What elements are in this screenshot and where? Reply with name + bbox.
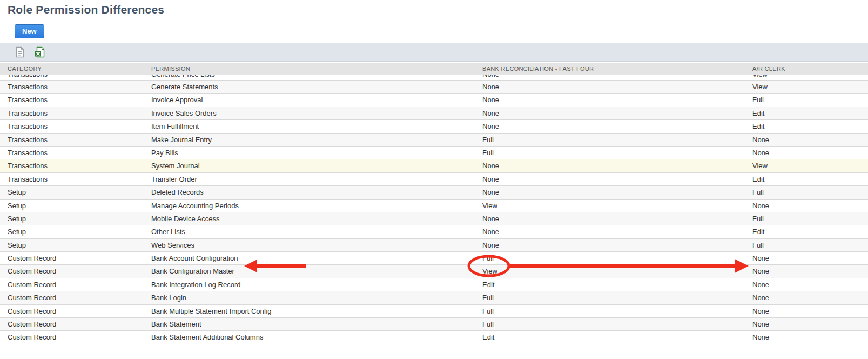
table-row: Setup Mobile Device Access None Full xyxy=(0,212,868,225)
cell-role1-level: None xyxy=(475,75,745,80)
cell-role1-level: Full xyxy=(475,252,745,264)
cell-category: Transactions xyxy=(0,81,144,93)
cell-permission: Bank Statement Additional Columns xyxy=(144,331,475,343)
cell-role2-level: Full xyxy=(745,186,868,198)
table-row: Custom Record Bank Multiple Statement Im… xyxy=(0,305,868,318)
export-excel-icon[interactable] xyxy=(34,46,45,58)
column-header-category: CATEGORY xyxy=(0,63,144,75)
cell-permission: Make Journal Entry xyxy=(144,134,475,146)
cell-category: Transactions xyxy=(0,134,144,146)
cell-permission: Item Fulfillment xyxy=(144,120,475,132)
table-row: Custom Record Bank Statement Additional … xyxy=(0,331,868,344)
cell-category: Transactions xyxy=(0,94,144,106)
cell-category: Transactions xyxy=(0,173,144,185)
cell-permission: System Journal xyxy=(144,159,475,172)
table-row: Transactions Transfer Order None Edit xyxy=(0,173,868,186)
table-body: Transactions Generate Price Lists None V… xyxy=(0,75,868,344)
cell-role2-level: None xyxy=(745,252,868,264)
page-title: Role Permission Differences xyxy=(8,3,868,17)
table-row: Transactions System Journal None View xyxy=(0,159,868,172)
table-row: Setup Manage Accounting Periods View Non… xyxy=(0,200,868,212)
cell-category: Setup xyxy=(0,239,144,251)
cell-role2-level: None xyxy=(745,305,868,317)
cell-role2-level: None xyxy=(745,331,868,343)
cell-permission: Manage Accounting Periods xyxy=(144,200,475,212)
cell-category: Transactions xyxy=(0,75,144,80)
cell-category: Transactions xyxy=(0,147,144,159)
cell-permission: Other Lists xyxy=(144,225,475,238)
export-document-icon[interactable] xyxy=(15,46,25,58)
cell-category: Transactions xyxy=(0,120,144,132)
cell-role2-level: None xyxy=(745,318,868,330)
permission-diff-table: CATEGORY PERMISSION BANK RECONCILIATION … xyxy=(0,63,868,344)
cell-role1-level: None xyxy=(475,120,745,132)
cell-category: Transactions xyxy=(0,159,144,172)
column-header-role1: BANK RECONCILIATION - FAST FOUR xyxy=(475,63,745,75)
cell-role1-level: Edit xyxy=(475,331,745,343)
cell-permission: Invoice Sales Orders xyxy=(144,107,475,119)
cell-role1-level: None xyxy=(475,81,745,93)
cell-role2-level: Full xyxy=(745,239,868,251)
new-button[interactable]: New xyxy=(15,24,44,38)
cell-role2-level: None xyxy=(745,200,868,212)
cell-permission: Bank Login xyxy=(144,291,475,304)
cell-role1-level: None xyxy=(475,173,745,185)
table-row: Custom Record Bank Integration Log Recor… xyxy=(0,278,868,291)
cell-category: Custom Record xyxy=(0,305,144,317)
cell-role2-level: View xyxy=(745,81,868,93)
table-row: Setup Other Lists None Edit xyxy=(0,225,868,238)
cell-permission: Bank Configuration Master xyxy=(144,265,475,277)
cell-role1-level: Full xyxy=(475,305,745,317)
cell-category: Setup xyxy=(0,200,144,212)
cell-role1-level: Full xyxy=(475,318,745,330)
table-row: Transactions Invoice Sales Orders None E… xyxy=(0,107,868,120)
cell-role2-level: View xyxy=(745,159,868,172)
cell-role2-level: Edit xyxy=(745,107,868,119)
table-row: Custom Record Bank Login Full None xyxy=(0,291,868,304)
cell-role2-level: Full xyxy=(745,94,868,106)
table-row: Custom Record Bank Configuration Master … xyxy=(0,265,868,278)
table-row: Transactions Item Fulfillment None Edit xyxy=(0,120,868,133)
cell-permission: Invoice Approval xyxy=(144,94,475,106)
cell-category: Setup xyxy=(0,225,144,238)
cell-category: Custom Record xyxy=(0,252,144,264)
cell-role2-level: View xyxy=(745,75,868,80)
cell-role2-level: None xyxy=(745,265,868,277)
toolbar-divider xyxy=(56,45,56,58)
list-toolbar xyxy=(0,43,868,62)
cell-category: Custom Record xyxy=(0,331,144,343)
table-header-row: CATEGORY PERMISSION BANK RECONCILIATION … xyxy=(0,63,868,75)
cell-permission: Transfer Order xyxy=(144,173,475,185)
cell-category: Custom Record xyxy=(0,318,144,330)
cell-role1-level: None xyxy=(475,107,745,119)
cell-permission: Deleted Records xyxy=(144,186,475,198)
cell-role1-level: None xyxy=(475,186,745,198)
cell-role1-level: Full xyxy=(475,291,745,304)
cell-category: Custom Record xyxy=(0,278,144,291)
cell-permission: Bank Integration Log Record xyxy=(144,278,475,291)
cell-permission: Bank Account Configuration xyxy=(144,252,475,264)
table-row: Transactions Pay Bills Full None xyxy=(0,147,868,159)
cell-role1-level: Full xyxy=(475,147,745,159)
cell-permission: Generate Price Lists xyxy=(144,75,475,80)
cell-role1-level: Edit xyxy=(475,278,745,291)
cell-permission: Pay Bills xyxy=(144,147,475,159)
column-header-role2: A/R CLERK xyxy=(745,63,868,75)
cell-role2-level: Full xyxy=(745,212,868,225)
cell-role2-level: Edit xyxy=(745,173,868,185)
cell-role1-level: None xyxy=(475,239,745,251)
cell-role2-level: None xyxy=(745,278,868,291)
action-bar: New xyxy=(15,24,868,38)
table-row: Custom Record Bank Statement Full None xyxy=(0,318,868,331)
table-row: Transactions Generate Price Lists None V… xyxy=(0,75,868,81)
table-row: Setup Deleted Records None Full xyxy=(0,186,868,199)
cell-role1-level: None xyxy=(475,159,745,172)
cell-role1-level: View xyxy=(475,200,745,212)
cell-category: Setup xyxy=(0,212,144,225)
cell-permission: Mobile Device Access xyxy=(144,212,475,225)
cell-role2-level: None xyxy=(745,291,868,304)
cell-role2-level: Edit xyxy=(745,225,868,238)
cell-role1-level: None xyxy=(475,94,745,106)
cell-role2-level: None xyxy=(745,147,868,159)
cell-category: Setup xyxy=(0,186,144,198)
